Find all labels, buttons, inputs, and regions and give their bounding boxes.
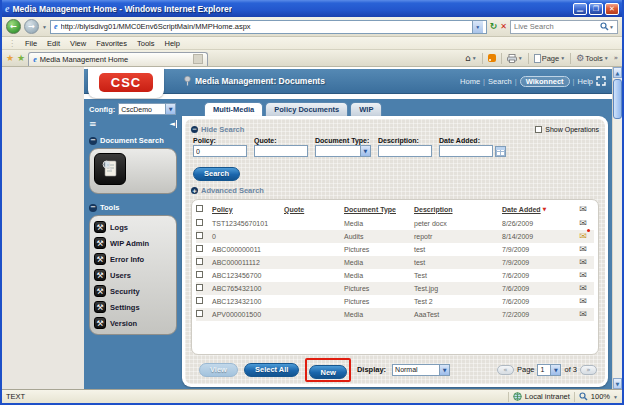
minimize-button[interactable]: — (573, 3, 587, 15)
table-row[interactable]: ABC000000011 Pictures test 7/9/2009 ✉ (196, 243, 594, 256)
feeds-icon[interactable] (488, 54, 496, 62)
show-operations-option[interactable]: Show Operations (535, 126, 599, 133)
envelope-icon[interactable]: ✉ (579, 257, 587, 267)
envelope-icon[interactable]: ✉ (579, 231, 587, 241)
search-icon[interactable] (600, 22, 609, 31)
url-input[interactable] (61, 22, 469, 31)
nav-home[interactable]: Home (460, 77, 480, 86)
tab-multi-media[interactable]: Multi-Media (204, 102, 263, 116)
column-policy[interactable]: Policy (212, 206, 284, 213)
back-button[interactable]: ← (6, 19, 21, 34)
column-description[interactable]: Description (414, 206, 502, 213)
envelope-icon[interactable]: ✉ (579, 296, 587, 306)
menu-item[interactable]: View (65, 39, 91, 48)
table-row[interactable]: 0 Audits repotr 8/14/2009 ✉ (196, 230, 594, 243)
nav-wikonnect[interactable]: Wikonnect (520, 76, 570, 87)
sidebar-tool-item[interactable]: ⚒ WIP Admin (94, 235, 172, 251)
print-button[interactable]: ▼ (507, 54, 523, 63)
live-search-box[interactable]: ▼ (510, 20, 618, 34)
envelope-icon[interactable]: ✉ (579, 270, 587, 280)
display-select[interactable]: Normal ▼ (392, 364, 450, 376)
previous-page-button[interactable]: « (497, 365, 514, 375)
column-date-added[interactable]: Date Added (502, 206, 541, 213)
column-quote[interactable]: Quote (284, 206, 344, 213)
table-row[interactable]: ABC765432100 Pictures Test.jpg 7/6/2009 … (196, 282, 594, 295)
row-checkbox[interactable] (196, 271, 203, 278)
refresh-icon[interactable]: ↻ (490, 22, 498, 31)
next-page-button[interactable]: » (580, 365, 597, 375)
envelope-icon[interactable]: ✉ (579, 218, 587, 228)
add-favorite-icon[interactable]: ★ (17, 53, 25, 63)
browser-tab[interactable]: e Media Management Home (28, 52, 208, 66)
address-dropdown-icon[interactable]: ▼ (472, 21, 483, 33)
row-checkbox[interactable] (196, 219, 203, 226)
sidebar-tool-item[interactable]: ⚒ Error Info (94, 251, 172, 267)
document-type-select[interactable]: ▼ (315, 145, 371, 157)
table-row[interactable]: ABC123456700 Media Test 7/6/2009 ✉ (196, 269, 594, 282)
expand-icon[interactable] (596, 76, 606, 86)
envelope-icon[interactable]: ✉ (579, 244, 587, 254)
sidebar-tool-item[interactable]: ⚒ Logs (94, 219, 172, 235)
restore-button[interactable]: ❐ (589, 3, 603, 15)
row-checkbox[interactable] (196, 232, 203, 239)
address-field[interactable]: e ▼ (50, 20, 487, 34)
row-checkbox[interactable] (196, 310, 203, 317)
scroll-thumb[interactable] (613, 79, 622, 119)
select-all-checkbox[interactable] (196, 205, 203, 212)
menu-item[interactable]: Help (160, 39, 185, 48)
show-operations-checkbox[interactable] (535, 126, 542, 133)
date-added-input[interactable] (439, 145, 493, 157)
tools-menu-button[interactable]: ⚙ Tools ▼ (576, 54, 609, 63)
config-select[interactable]: CscDemo ▼ (118, 103, 176, 115)
stop-icon[interactable]: ✕ (500, 23, 507, 31)
row-checkbox[interactable] (196, 258, 203, 265)
row-checkbox[interactable] (196, 284, 203, 291)
collapse-section-icon[interactable]: − (89, 137, 97, 145)
title-bar[interactable]: e Media Management Home - Windows Intern… (2, 0, 622, 17)
collapse-sidebar-icon[interactable]: ◄ (170, 120, 177, 128)
search-options-icon[interactable]: ▼ (609, 24, 614, 30)
home-button[interactable]: ⌂ ▼ (465, 54, 477, 63)
tab-policy-documents[interactable]: Policy Documents (265, 102, 348, 116)
quote-input[interactable] (254, 145, 308, 157)
tab-wip[interactable]: WIP (350, 102, 382, 116)
row-checkbox[interactable] (196, 245, 203, 252)
menu-item[interactable]: File (20, 39, 42, 48)
zoom-dropdown-icon[interactable]: ▼ (613, 394, 618, 400)
zoom-control[interactable]: 100% ▼ (579, 392, 618, 401)
table-row[interactable]: TST12345670101 Media peter docx 8/26/200… (196, 217, 594, 230)
envelope-icon[interactable]: ✉ (579, 309, 587, 319)
search-button[interactable]: Search (193, 167, 240, 181)
sidebar-tool-item[interactable]: ⚒ Users (94, 267, 172, 283)
select-all-button[interactable]: Select All (244, 363, 300, 377)
policy-input[interactable] (193, 145, 247, 157)
calendar-icon[interactable] (495, 146, 506, 157)
table-row[interactable]: ABC123432100 Pictures Test 2 7/6/2009 ✉ (196, 295, 594, 308)
toolbar-overflow-icon[interactable]: » (614, 55, 618, 62)
sidebar-tool-item[interactable]: ⚒ Settings (94, 299, 172, 315)
column-document-type[interactable]: Document Type (344, 206, 414, 213)
new-button[interactable]: New (309, 365, 346, 379)
table-row[interactable]: APV000001500 Media AaaTest 7/2/2009 ✉ (196, 308, 594, 321)
envelope-icon[interactable]: ✉ (579, 283, 587, 293)
list-view-icon[interactable]: ≡ (89, 119, 96, 129)
advanced-search-label[interactable]: Advanced Search (201, 186, 264, 195)
advanced-search-toggle-icon[interactable]: + (191, 187, 198, 194)
view-button[interactable]: View (199, 363, 238, 377)
page-menu-button[interactable]: Page ▼ (534, 54, 565, 63)
scroll-down-icon[interactable]: ▼ (613, 378, 622, 389)
menu-item[interactable]: Tools (132, 39, 160, 48)
description-input[interactable] (378, 145, 432, 157)
row-checkbox[interactable] (196, 297, 203, 304)
sidebar-tool-item[interactable]: ⚒ Security (94, 283, 172, 299)
nav-help[interactable]: Help (578, 77, 593, 86)
sidebar-tool-item[interactable]: ⚒ Version (94, 315, 172, 331)
page-scrollbar[interactable]: ▲ ▼ (612, 67, 622, 389)
menu-item[interactable]: Edit (42, 39, 65, 48)
table-row[interactable]: ABC000011112 Media test 7/9/2009 ✉ (196, 256, 594, 269)
forward-button[interactable]: → (24, 19, 39, 34)
hide-search-toggle-icon[interactable]: − (191, 126, 198, 133)
collapse-section-icon[interactable]: − (89, 204, 97, 212)
nav-search[interactable]: Search (488, 77, 512, 86)
close-button[interactable]: ✕ (605, 3, 619, 15)
